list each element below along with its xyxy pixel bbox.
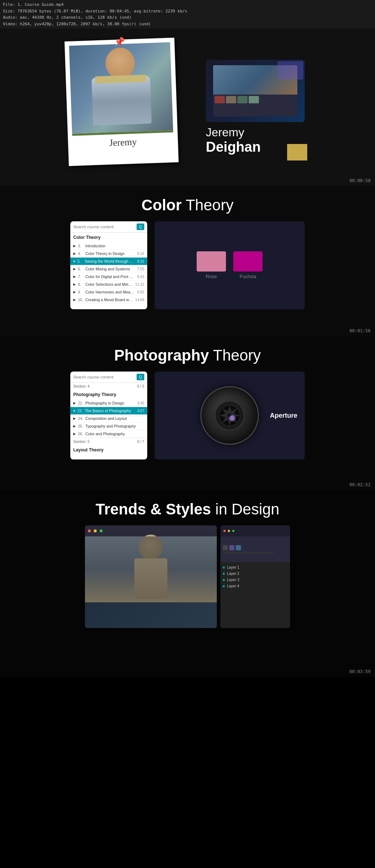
trends-title-light: in Design bbox=[215, 501, 279, 518]
section-photography-theory: Photography Theory Q Section: 4 0 / 5 Ph… bbox=[0, 336, 375, 490]
section-intro: Jeremy 📌 Jeremy bbox=[0, 29, 375, 186]
item-dur-6: 6:55 bbox=[137, 290, 144, 294]
item-label-4: Color for Digital and Print Media bbox=[85, 274, 135, 279]
swatch-red bbox=[215, 96, 225, 103]
layer-icon-3 bbox=[236, 545, 241, 550]
dark-overlay bbox=[85, 536, 217, 602]
color-panel-item-4[interactable]: ▶ 7. Color for Digital and Print Media 6… bbox=[70, 273, 147, 281]
item-label-1: Color Theory in Design bbox=[85, 251, 135, 256]
trends-content-row: Layer 1 Layer 2 Layer 3 Layer 4 bbox=[85, 525, 290, 628]
item-dur-1: 5:16 bbox=[137, 252, 144, 256]
side-panel-list: Layer 1 Layer 2 Layer 3 Layer 4 bbox=[220, 562, 290, 591]
section-trends-styles: Trends & Styles in Design bbox=[0, 490, 375, 677]
thumb-swatches bbox=[213, 95, 297, 105]
item-dur-3: 7:55 bbox=[137, 267, 144, 271]
photo-play-icon-2: ▶ bbox=[73, 417, 76, 420]
color-panel-item-5[interactable]: ▶ 8. Color Selections and Methods 11:32 bbox=[70, 281, 147, 288]
course-panel: Q Color Theory ▶ 3. Introduction ▶ 4. Co… bbox=[70, 221, 147, 309]
color-swatches-panel: Rose Fuchsia bbox=[155, 221, 305, 309]
rose-color-box bbox=[197, 251, 226, 272]
win-min-2 bbox=[228, 530, 230, 532]
aperture-svg bbox=[213, 399, 246, 432]
play-icon-2: ● bbox=[73, 259, 75, 263]
play-icon-1: ▶ bbox=[73, 252, 76, 255]
sp-item-3: Layer 3 bbox=[223, 577, 288, 583]
timestamp-1: 00:00:58 bbox=[349, 178, 371, 183]
search-button[interactable]: Q bbox=[137, 224, 144, 230]
instructor-info: Jeremy Deighan bbox=[206, 60, 305, 155]
next-section-row: Section: 5 0 / 7 bbox=[70, 438, 147, 445]
item-label-0: Introduction bbox=[85, 244, 142, 248]
win-close bbox=[88, 529, 91, 532]
trends-title: Trends & Styles in Design bbox=[96, 490, 279, 518]
win-min bbox=[94, 529, 97, 532]
photo-item-num-1: 23. bbox=[77, 409, 82, 413]
item-dur-4: 6:43 bbox=[137, 275, 144, 279]
photo-search-input[interactable] bbox=[73, 375, 137, 379]
photo-item-num-4: 26. bbox=[78, 432, 83, 436]
photo-panel-item-4[interactable]: ▶ 26. Color and Photography bbox=[70, 430, 147, 438]
item-dur-7: 14:58 bbox=[135, 298, 144, 302]
color-panel-item-3[interactable]: ▶ 6. Color Mixing and Systems 7:55 bbox=[70, 265, 147, 273]
timestamp-4: 00:03:59 bbox=[349, 669, 371, 674]
panel-bar bbox=[223, 552, 275, 553]
color-panel-items: ▶ 3. Introduction ▶ 4. Color Theory in D… bbox=[70, 242, 147, 304]
win-close-2 bbox=[223, 530, 226, 532]
photo-play-icon-0: ▶ bbox=[73, 401, 76, 405]
next-section-title: Layout Theory bbox=[70, 445, 147, 455]
photo-item-label-3: Typography and Photography bbox=[85, 424, 142, 428]
polaroid-frame: Jeremy 📌 bbox=[64, 38, 179, 166]
panel-header-content bbox=[220, 536, 290, 562]
instructor-name-block: Jeremy Deighan bbox=[206, 126, 261, 155]
pushpin-icon: 📌 bbox=[114, 37, 125, 47]
color-panel-item-6[interactable]: ▶ 9. Color Harmonies and Meanings 6:55 bbox=[70, 288, 147, 296]
photo-panel-item-2[interactable]: ▶ 24. Composition and Layout bbox=[70, 415, 147, 422]
search-input[interactable] bbox=[73, 225, 137, 229]
item-label-7: Creating a Mood Board with Canva bbox=[85, 298, 133, 302]
file-info-line3: Audio: aac, 44100 Hz, 2 channels, s16, 1… bbox=[3, 14, 372, 21]
photo-item-label-0: Photography in Design bbox=[85, 401, 135, 405]
instructor-first-name: Jeremy bbox=[206, 126, 261, 139]
rose-swatch-block: Rose bbox=[197, 251, 226, 279]
color-panel-item-1[interactable]: ▶ 4. Color Theory in Design 5:16 bbox=[70, 250, 147, 258]
color-panel-item-2[interactable]: ● 5. Seeing the World through Color 8:31 bbox=[70, 258, 147, 265]
sp-item-label-1: Layer 1 bbox=[227, 565, 239, 569]
next-section-label: Section: 5 bbox=[73, 440, 89, 444]
photo-search-bar[interactable]: Q bbox=[70, 372, 147, 383]
panel-search-bar[interactable]: Q bbox=[70, 221, 147, 233]
sp-item-label-3: Layer 3 bbox=[227, 578, 239, 582]
course-preview-thumbnail bbox=[206, 60, 305, 122]
photo-panel-item-0[interactable]: ▶ 22. Photography in Design 3:45 bbox=[70, 399, 147, 407]
item-dur-5: 11:32 bbox=[135, 282, 144, 287]
photo-search-button[interactable]: Q bbox=[137, 374, 144, 380]
item-num-2: 5. bbox=[77, 259, 82, 263]
play-icon-3: ▶ bbox=[73, 267, 76, 271]
photo-panel-item-3[interactable]: ▶ 25. Typography and Photography bbox=[70, 422, 147, 430]
polaroid-name: Jeremy bbox=[72, 136, 174, 150]
fuchsia-label: Fuchsia bbox=[240, 274, 256, 279]
photo-panel-items: ▶ 22. Photography in Design 3:45 ● 23. T… bbox=[70, 399, 147, 438]
photo-item-label-4: Color and Photography bbox=[85, 432, 142, 436]
accent-block bbox=[287, 144, 307, 160]
item-label-6: Color Harmonies and Meanings bbox=[85, 290, 135, 294]
photo-item-dur-0: 3:45 bbox=[137, 401, 144, 405]
section-progress-row: Section: 4 0 / 5 bbox=[70, 383, 147, 390]
play-icon-0: ▶ bbox=[73, 244, 76, 248]
item-label-2: Seeing the World through Color bbox=[85, 259, 135, 263]
timestamp-2: 00:01:56 bbox=[349, 328, 371, 333]
panel-section-header: Color Theory bbox=[70, 233, 147, 242]
sp-item-label-4: Layer 4 bbox=[227, 584, 239, 588]
sp-dot-1 bbox=[223, 566, 225, 569]
photo-panel-item-1[interactable]: ● 23. The Basics of Photography 4:07 bbox=[70, 407, 147, 415]
item-num-4: 7. bbox=[78, 275, 83, 279]
photo-item-label-1: The Basics of Photography bbox=[85, 409, 135, 413]
fuchsia-swatch-block: Fuchsia bbox=[233, 251, 263, 279]
play-icon-5: ▶ bbox=[73, 282, 76, 286]
sp-item-1: Layer 1 bbox=[223, 564, 288, 570]
trends-main-thumbnail bbox=[85, 525, 217, 628]
photography-title: Photography Theory bbox=[114, 336, 261, 364]
win-max-2 bbox=[232, 530, 234, 532]
color-panel-item-7[interactable]: ▶ 10. Creating a Mood Board with Canva 1… bbox=[70, 296, 147, 304]
color-panel-item-0[interactable]: ▶ 3. Introduction bbox=[70, 242, 147, 250]
child-photo-area bbox=[85, 536, 217, 602]
